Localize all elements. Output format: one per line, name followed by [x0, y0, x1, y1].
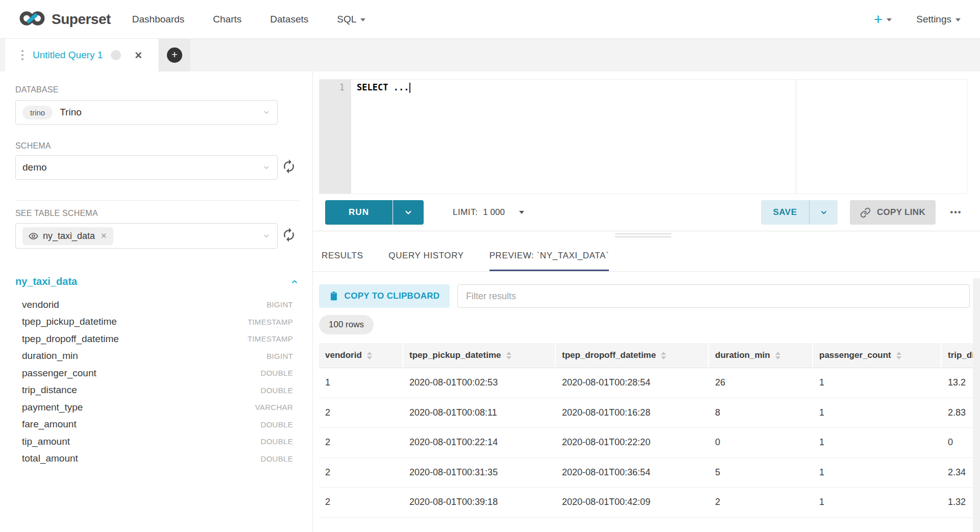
table-select[interactable]: ny_taxi_data ✕: [15, 223, 278, 249]
sql-editor[interactable]: 1 SELECT ...: [319, 79, 967, 194]
drag-handle-icon[interactable]: [21, 50, 23, 60]
nav-dashboards[interactable]: Dashboards: [132, 14, 184, 25]
tabs-bottom-border: [313, 271, 980, 272]
tab-query-history[interactable]: QUERY HISTORY: [388, 240, 463, 272]
table-column-row: tpep_dropoff_datetime TIMESTAMP: [15, 330, 299, 348]
nav-charts[interactable]: Charts: [213, 14, 241, 25]
column-header-tpep-dropoff-datetime[interactable]: tpep_dropoff_datetime: [556, 343, 709, 368]
vertical-scrollbar[interactable]: [973, 278, 980, 532]
refresh-table-icon[interactable]: [281, 227, 299, 245]
chevron-down-icon: [262, 232, 271, 242]
table-columns-list: vendorid BIGINT tpep_pickup_datetime TIM…: [15, 296, 299, 467]
column-header-duration-min[interactable]: duration_min: [709, 343, 813, 368]
tab-results[interactable]: RESULTS: [322, 240, 363, 272]
table-name: ny_taxi_data: [15, 276, 77, 287]
table-row: 2 2020-08-01T00:31:35 2020-08-01T00:36:5…: [319, 458, 973, 488]
run-options-button[interactable]: [393, 200, 424, 225]
limit-value: 1 000: [483, 207, 505, 217]
caret-down-icon: [519, 211, 524, 214]
table-row: 2 2020-08-01T00:39:18 2020-08-01T00:42:0…: [319, 488, 973, 518]
limit-dropdown[interactable]: LIMIT: 1 000: [453, 200, 524, 225]
query-tab-title: Untitled Query 1: [33, 50, 103, 61]
column-header-tpep-pickup-datetime[interactable]: tpep_pickup_datetime: [403, 343, 556, 368]
remove-table-icon[interactable]: ✕: [101, 231, 107, 240]
editor-toolbar: RUN LIMIT: 1 000 SAVE COPY LINK •••: [319, 200, 967, 225]
settings-menu[interactable]: Settings: [916, 14, 961, 25]
schema-select[interactable]: demo: [15, 155, 278, 180]
line-number: 1: [339, 82, 345, 92]
collapse-chevron-up-icon[interactable]: [290, 277, 299, 286]
copy-link-button[interactable]: COPY LINK: [850, 200, 936, 225]
top-navbar: Superset Dashboards Charts Datasets SQL …: [0, 0, 980, 39]
pane-divider: [313, 231, 980, 231]
save-button-group: SAVE: [761, 200, 838, 225]
limit-label: LIMIT:: [453, 207, 478, 217]
pane-resize-handle[interactable]: [615, 233, 671, 239]
schema-label: SCHEMA: [15, 141, 51, 151]
table-column-row: fare_amount DOUBLE: [15, 416, 299, 433]
copy-to-clipboard-button[interactable]: COPY TO CLIPBOARD: [319, 284, 450, 308]
table-schema-header[interactable]: ny_taxi_data: [15, 276, 299, 287]
row-count-badge: 100 rows: [319, 315, 374, 334]
query-tab[interactable]: Untitled Query 1 ✕: [5, 39, 158, 71]
save-button[interactable]: SAVE: [761, 200, 809, 225]
superset-logo-icon: [17, 9, 47, 30]
sort-icon[interactable]: [896, 352, 901, 359]
text-cursor: [409, 83, 410, 93]
table-column-row: total_amount DOUBLE: [15, 450, 299, 468]
nav-sql[interactable]: SQL: [337, 14, 365, 25]
sql-rest: ...: [388, 82, 409, 92]
table-row: 1 2020-08-01T00:02:53 2020-08-01T00:28:5…: [319, 368, 973, 398]
filter-results-input[interactable]: [457, 284, 970, 308]
editor-print-margin: [796, 80, 796, 194]
results-table-header: vendorid tpep_pickup_datetime tpep_dropo…: [319, 343, 973, 368]
editor-gutter: 1: [320, 80, 351, 194]
schema-value: demo: [22, 162, 47, 173]
table-column-row: passenger_count DOUBLE: [15, 365, 299, 382]
clipboard-icon: [329, 291, 338, 301]
table-row: 2 2020-08-01T00:08:11 2020-08-01T00:16:2…: [319, 398, 973, 428]
column-header-passenger-count[interactable]: passenger_count: [813, 343, 942, 368]
chevron-down-icon: [360, 18, 365, 21]
sort-icon[interactable]: [506, 352, 511, 359]
more-actions-button[interactable]: •••: [945, 200, 967, 225]
chevron-down-icon: [262, 108, 271, 118]
query-tabbar: Untitled Query 1 ✕ +: [0, 39, 980, 71]
sql-keyword: SELECT: [357, 82, 388, 92]
superset-logo[interactable]: Superset: [17, 9, 111, 30]
new-item-button[interactable]: +: [874, 12, 892, 27]
close-tab-icon[interactable]: ✕: [134, 50, 142, 61]
query-status-dot: [111, 50, 121, 60]
chevron-down-icon: [403, 207, 413, 217]
editor-code-line[interactable]: SELECT ...: [357, 82, 410, 93]
run-button[interactable]: RUN: [325, 200, 393, 225]
chevron-down-icon: [262, 163, 271, 174]
sort-icon[interactable]: [367, 352, 372, 359]
table-column-row: tpep_pickup_datetime TIMESTAMP: [15, 313, 299, 331]
table-row: 2 2020-08-01T00:22:14 2020-08-01T00:22:2…: [319, 428, 973, 458]
chevron-down-icon: [955, 18, 961, 21]
add-tab-button[interactable]: +: [167, 47, 182, 63]
chevron-down-icon: [819, 208, 828, 217]
database-select[interactable]: trino Trino: [15, 100, 278, 125]
refresh-schema-icon[interactable]: [281, 159, 299, 176]
main-nav: Dashboards Charts Datasets SQL: [132, 14, 365, 25]
table-column-row: payment_type VARCHAR: [15, 399, 299, 416]
sort-icon[interactable]: [775, 352, 780, 359]
sort-icon[interactable]: [661, 352, 666, 359]
column-header-trip-distance[interactable]: trip_distance: [942, 343, 973, 368]
run-button-group: RUN: [325, 200, 424, 225]
sqllab-sidebar: DATABASE trino Trino SCHEMA demo SEE TAB…: [0, 71, 313, 532]
tab-preview-ny-taxi-data[interactable]: PREVIEW: `NY_TAXI_DATA`: [489, 240, 609, 272]
sidebar-divider: [15, 200, 299, 201]
save-options-button[interactable]: [810, 200, 838, 225]
table-column-row: vendorid BIGINT: [15, 296, 299, 313]
table-pill-value: ny_taxi_data: [43, 231, 95, 241]
nav-datasets[interactable]: Datasets: [270, 14, 308, 25]
database-label: DATABASE: [15, 85, 59, 94]
eye-icon: [29, 231, 38, 241]
column-header-vendorid[interactable]: vendorid: [319, 343, 403, 368]
brand-name: Superset: [52, 11, 111, 28]
navbar-right: + Settings: [874, 12, 961, 27]
table-column-row: trip_distance DOUBLE: [15, 382, 299, 399]
